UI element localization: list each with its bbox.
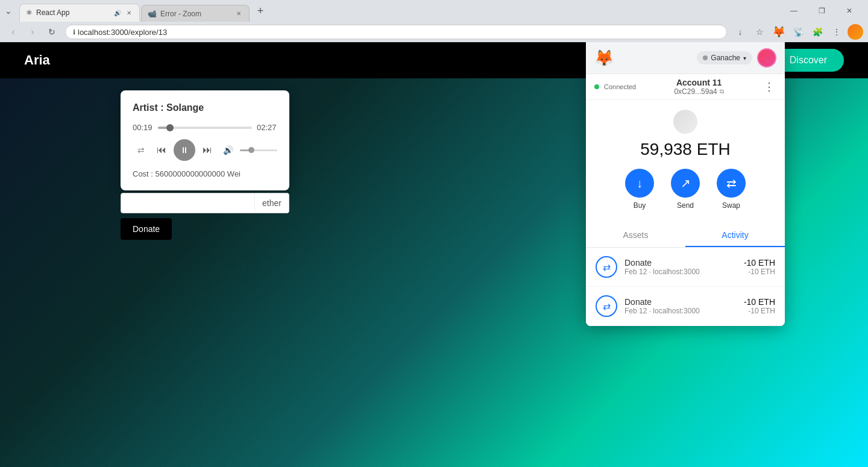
volume-slider[interactable] <box>240 149 277 151</box>
more-tools-btn[interactable]: ⋮ <box>828 24 845 40</box>
minimize-btn[interactable]: — <box>780 0 808 22</box>
close-btn[interactable]: ✕ <box>835 0 863 22</box>
next-btn[interactable]: ⏭ <box>199 142 216 158</box>
mm-send-btn[interactable]: ↗ <box>671 169 700 198</box>
extensions-btn[interactable]: 🧩 <box>809 24 826 40</box>
mm-swap-btn[interactable]: ⇄ <box>717 169 746 198</box>
profile-avatar-btn[interactable] <box>848 24 863 40</box>
metamask-fox-icon: 🦊 <box>594 49 614 67</box>
mm-activity-item-1[interactable]: ⇄ Donate Feb 12 · localhost:3000 -10 ETH… <box>586 248 785 287</box>
mm-account-bar: Connected Account 11 0xC29...59a4 ⧉ ⋮ <box>586 74 785 100</box>
metamask-popup: 🦊 Ganache ▾ Connected Account 11 0xC29..… <box>586 42 785 326</box>
ether-label: ether <box>254 193 289 213</box>
donate-input[interactable] <box>121 193 254 213</box>
address-bar[interactable]: ℹ localhost:3000/explore/13 <box>65 25 727 39</box>
mm-balance-section: 59,938 ETH ↓ Buy ↗ Send ⇄ Swap <box>586 100 785 224</box>
mm-activity-icon-2: ⇄ <box>596 295 617 317</box>
mm-tabs: Assets Activity <box>586 224 785 248</box>
metamask-fox-toolbar[interactable]: 🦊 <box>770 24 787 40</box>
mm-copy-icon[interactable]: ⧉ <box>720 88 724 95</box>
tab-react-app[interactable]: ⚛ React App 🔊 ✕ <box>19 4 140 22</box>
mm-account-addr-row: 0xC29...59a4 ⧉ <box>641 87 757 96</box>
progress-handle <box>166 124 174 131</box>
reload-btn[interactable]: ↻ <box>43 24 60 40</box>
bookmark-btn[interactable]: ☆ <box>751 24 768 40</box>
react-app-favicon: ⚛ <box>26 8 33 17</box>
cast-btn[interactable]: 📡 <box>790 24 807 40</box>
pause-btn[interactable]: ⏸ <box>174 139 195 161</box>
mm-activity-amount-2: -10 ETH -10 ETH <box>744 297 775 315</box>
tab-bar: ⌄ ⚛ React App 🔊 ✕ 📹 Error - Zoom ✕ + — ❐… <box>0 0 868 22</box>
mm-activity-item-2[interactable]: ⇄ Donate Feb 12 · localhost:3000 -10 ETH… <box>586 287 785 326</box>
address-lock-icon: ℹ <box>73 28 75 36</box>
tab-audio-icon: 🔊 <box>114 10 121 16</box>
mm-activity-eth-1: -10 ETH <box>744 258 775 268</box>
mm-activity-info-1: Donate Feb 12 · localhost:3000 <box>624 258 737 276</box>
prev-btn[interactable]: ⏮ <box>153 142 170 158</box>
mm-activity-name-2: Donate <box>624 297 737 307</box>
volume-handle <box>248 147 254 153</box>
cost-label: Cost : 5600000000000000 Wei <box>133 169 277 178</box>
mm-activity-amount-1: -10 ETH -10 ETH <box>744 258 775 276</box>
forward-btn[interactable]: › <box>24 24 41 40</box>
mm-activity-info-2: Donate Feb 12 · localhost:3000 <box>624 297 737 315</box>
mm-header: 🦊 Ganache ▾ <box>586 42 785 74</box>
zoom-favicon: 📹 <box>148 10 157 18</box>
mm-connected-dot <box>594 84 599 89</box>
browser-chrome: ⌄ ⚛ React App 🔊 ✕ 📹 Error - Zoom ✕ + — ❐… <box>0 0 868 42</box>
mm-network-label: Ganache <box>711 54 740 62</box>
mm-account-info: Account 11 0xC29...59a4 ⧉ <box>641 78 757 96</box>
donate-button[interactable]: Donate <box>121 218 172 240</box>
window-controls: — ❐ ✕ <box>780 0 863 22</box>
app-container: Aria Discover Artist : Solange 00:19 02:… <box>0 42 868 467</box>
mm-activity-icon-1: ⇄ <box>596 256 617 278</box>
mm-avatar[interactable] <box>757 48 776 67</box>
mm-menu-btn[interactable]: ⋮ <box>762 80 776 94</box>
app-title: Aria <box>24 52 50 68</box>
address-text: localhost:3000/explore/13 <box>78 28 167 37</box>
new-tab-btn[interactable]: + <box>252 2 269 19</box>
mm-activity-list: ⇄ Donate Feb 12 · localhost:3000 -10 ETH… <box>586 248 785 326</box>
mm-buy-action: ↓ Buy <box>625 169 654 210</box>
mm-actions: ↓ Buy ↗ Send ⇄ Swap <box>596 169 775 210</box>
mm-tab-activity[interactable]: Activity <box>685 224 785 247</box>
mm-network-chevron: ▾ <box>743 55 746 61</box>
mm-connected-label: Connected <box>604 83 636 90</box>
mm-identicon <box>673 110 697 134</box>
mm-buy-btn[interactable]: ↓ <box>625 169 654 198</box>
mm-activity-sub-2: Feb 12 · localhost:3000 <box>624 307 737 315</box>
tab-zoom[interactable]: 📹 Error - Zoom ✕ <box>141 5 250 22</box>
artist-label: Artist : Solange <box>133 102 277 113</box>
shuffle-btn[interactable]: ⇄ <box>133 142 149 158</box>
restore-btn[interactable]: ❐ <box>808 0 835 22</box>
mm-activity-name-1: Donate <box>624 258 737 268</box>
mm-account-addr: 0xC29...59a4 <box>674 87 717 96</box>
progress-bar[interactable] <box>158 127 252 129</box>
zoom-tab-label: Error - Zoom <box>160 10 231 18</box>
mm-tab-assets[interactable]: Assets <box>586 224 685 247</box>
mm-activity-eth-2: -10 ETH <box>744 297 775 307</box>
profile-download-btn[interactable]: ↓ <box>732 24 749 40</box>
player-card: Artist : Solange 00:19 02:27 ⇄ ⏮ ⏸ ⏭ 🔊 C… <box>121 90 289 190</box>
mm-activity-sub-1: Feb 12 · localhost:3000 <box>624 268 737 276</box>
tab-overflow-btn[interactable]: ⌄ <box>0 2 17 19</box>
mm-swap-label: Swap <box>722 201 740 210</box>
mm-activity-eth-sub-1: -10 ETH <box>744 268 775 276</box>
mm-swap-action: ⇄ Swap <box>717 169 746 210</box>
browser-toolbar: ‹ › ↻ ℹ localhost:3000/explore/13 ↓ ☆ 🦊 … <box>0 22 868 42</box>
mm-network-dot <box>703 55 708 60</box>
donate-section: ether Donate <box>121 193 289 240</box>
back-btn[interactable]: ‹ <box>5 24 22 40</box>
react-app-tab-label: React App <box>36 8 110 17</box>
mm-send-label: Send <box>677 201 694 210</box>
mm-activity-eth-sub-2: -10 ETH <box>744 307 775 315</box>
volume-btn[interactable]: 🔊 <box>219 142 236 158</box>
mm-network-btn[interactable]: Ganache ▾ <box>697 51 752 64</box>
time-current: 00:19 <box>133 123 153 132</box>
tab-close-react[interactable]: ✕ <box>125 8 133 17</box>
mm-balance: 59,938 ETH <box>596 140 775 159</box>
donate-input-row: ether <box>121 193 289 213</box>
tab-close-zoom[interactable]: ✕ <box>234 10 243 18</box>
controls-row: ⇄ ⏮ ⏸ ⏭ 🔊 <box>133 139 277 161</box>
mm-account-name: Account 11 <box>641 78 757 87</box>
